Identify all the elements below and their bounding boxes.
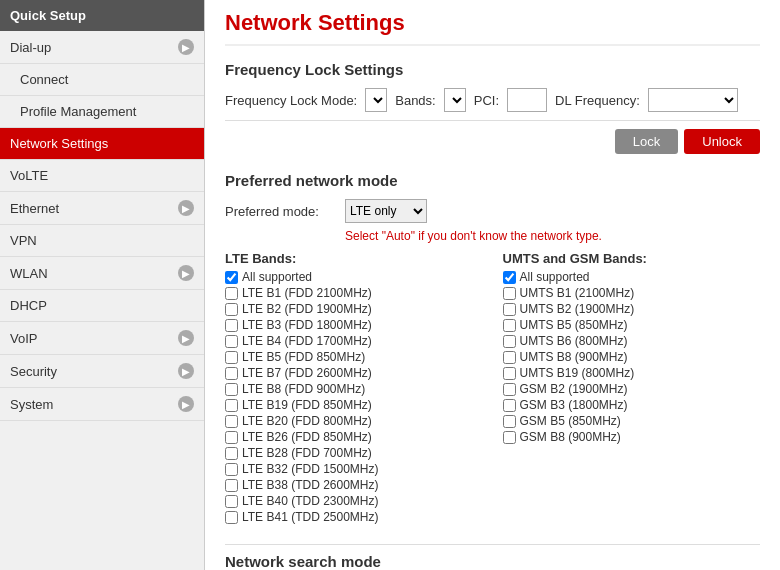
list-item: LTE B38 (TDD 2600MHz) [225, 478, 483, 492]
lte-b3-checkbox[interactable] [225, 319, 238, 332]
lte-all-supported-label: All supported [242, 270, 312, 284]
list-item: LTE B41 (TDD 2500MHz) [225, 510, 483, 524]
sidebar-item-label: Profile Management [20, 104, 136, 119]
sidebar-item-wlan[interactable]: WLAN ▶ [0, 257, 204, 290]
sidebar-item-connect[interactable]: Connect [0, 64, 204, 96]
pref-mode-hint: Select "Auto" if you don't know the netw… [345, 229, 760, 243]
sidebar-item-dhcp[interactable]: DHCP [0, 290, 204, 322]
sidebar-item-ethernet[interactable]: Ethernet ▶ [0, 192, 204, 225]
gsm-b2-checkbox[interactable] [503, 383, 516, 396]
sidebar-item-label: Connect [20, 72, 68, 87]
list-item: UMTS B2 (1900MHz) [503, 302, 761, 316]
lte-b2-checkbox[interactable] [225, 303, 238, 316]
umts-gsm-bands-title: UMTS and GSM Bands: [503, 251, 761, 266]
lte-bands-title: LTE Bands: [225, 251, 483, 266]
divider [225, 120, 760, 121]
sidebar-item-security[interactable]: Security ▶ [0, 355, 204, 388]
lte-b38-checkbox[interactable] [225, 479, 238, 492]
sidebar-item-profile[interactable]: Profile Management [0, 96, 204, 128]
list-item: UMTS B8 (900MHz) [503, 350, 761, 364]
freq-lock-mode-select[interactable] [365, 88, 387, 112]
lte-all-supported: All supported [225, 270, 483, 284]
dl-freq-select[interactable] [648, 88, 738, 112]
unlock-button[interactable]: Unlock [684, 129, 760, 154]
list-item: GSM B5 (850MHz) [503, 414, 761, 428]
divider [225, 544, 760, 545]
list-item: UMTS B1 (2100MHz) [503, 286, 761, 300]
chevron-right-icon: ▶ [178, 363, 194, 379]
freq-lock-row: Frequency Lock Mode: Bands: PCI: 000 DL … [225, 88, 760, 112]
list-item: LTE B2 (FDD 1900MHz) [225, 302, 483, 316]
lte-b19-checkbox[interactable] [225, 399, 238, 412]
sidebar-item-label: VPN [10, 233, 37, 248]
lte-b26-checkbox[interactable] [225, 431, 238, 444]
pci-label: PCI: [474, 93, 499, 108]
pref-network-section: Preferred network mode Preferred mode: L… [225, 172, 760, 526]
pref-network-title: Preferred network mode [225, 172, 760, 189]
sidebar-item-system[interactable]: System ▶ [0, 388, 204, 421]
lte-b8-checkbox[interactable] [225, 383, 238, 396]
lte-b5-checkbox[interactable] [225, 351, 238, 364]
umts-b1-checkbox[interactable] [503, 287, 516, 300]
umts-b6-checkbox[interactable] [503, 335, 516, 348]
umts-all-supported: All supported [503, 270, 761, 284]
list-item: LTE B1 (FDD 2100MHz) [225, 286, 483, 300]
sidebar-item-label: VoLTE [10, 168, 48, 183]
umts-b5-checkbox[interactable] [503, 319, 516, 332]
list-item: LTE B28 (FDD 700MHz) [225, 446, 483, 460]
umts-all-supported-checkbox[interactable] [503, 271, 516, 284]
page-title: Network Settings [225, 10, 760, 46]
lock-button[interactable]: Lock [615, 129, 678, 154]
lte-bands-col: LTE Bands: All supported LTE B1 (FDD 210… [225, 251, 483, 526]
list-item: LTE B5 (FDD 850MHz) [225, 350, 483, 364]
list-item: LTE B3 (FDD 1800MHz) [225, 318, 483, 332]
list-item: GSM B3 (1800MHz) [503, 398, 761, 412]
umts-gsm-bands-col: UMTS and GSM Bands: All supported UMTS B… [503, 251, 761, 526]
lte-b4-checkbox[interactable] [225, 335, 238, 348]
lock-buttons: Lock Unlock [225, 129, 760, 154]
sidebar-item-label: Security [10, 364, 57, 379]
umts-all-supported-label: All supported [520, 270, 590, 284]
lte-b41-checkbox[interactable] [225, 511, 238, 524]
sidebar-item-label: VoIP [10, 331, 37, 346]
sidebar-item-label: Ethernet [10, 201, 59, 216]
list-item: UMTS B6 (800MHz) [503, 334, 761, 348]
sidebar-item-voip[interactable]: VoIP ▶ [0, 322, 204, 355]
lte-b1-checkbox[interactable] [225, 287, 238, 300]
sidebar-item-label: Dial-up [10, 40, 51, 55]
sidebar-item-volte[interactable]: VoLTE [0, 160, 204, 192]
sidebar-item-network-settings[interactable]: Network Settings [0, 128, 204, 160]
lte-b32-checkbox[interactable] [225, 463, 238, 476]
lte-b28-checkbox[interactable] [225, 447, 238, 460]
gsm-b5-checkbox[interactable] [503, 415, 516, 428]
freq-lock-section: Frequency Lock Settings Frequency Lock M… [225, 61, 760, 154]
list-item: LTE B20 (FDD 800MHz) [225, 414, 483, 428]
sidebar-item-vpn[interactable]: VPN [0, 225, 204, 257]
gsm-b8-checkbox[interactable] [503, 431, 516, 444]
main-content: Network Settings Frequency Lock Settings… [205, 0, 780, 570]
bands-select[interactable] [444, 88, 466, 112]
sidebar-item-label: WLAN [10, 266, 48, 281]
network-search-section: Network search mode Mode: Auto Manual [225, 544, 760, 570]
chevron-right-icon: ▶ [178, 39, 194, 55]
pref-mode-label: Preferred mode: [225, 204, 335, 219]
sidebar-item-label: DHCP [10, 298, 47, 313]
gsm-b3-checkbox[interactable] [503, 399, 516, 412]
pref-mode-row: Preferred mode: LTE only Auto UMTS only … [225, 199, 760, 223]
lte-b20-checkbox[interactable] [225, 415, 238, 428]
lte-all-supported-checkbox[interactable] [225, 271, 238, 284]
lte-b40-checkbox[interactable] [225, 495, 238, 508]
pref-mode-select[interactable]: LTE only Auto UMTS only GSM only [345, 199, 427, 223]
freq-lock-title: Frequency Lock Settings [225, 61, 760, 78]
lte-b7-checkbox[interactable] [225, 367, 238, 380]
umts-b19-checkbox[interactable] [503, 367, 516, 380]
sidebar-header: Quick Setup [0, 0, 204, 31]
list-item: GSM B2 (1900MHz) [503, 382, 761, 396]
list-item: GSM B8 (900MHz) [503, 430, 761, 444]
umts-b2-checkbox[interactable] [503, 303, 516, 316]
pci-input[interactable]: 000 [507, 88, 547, 112]
sidebar-item-dialup[interactable]: Dial-up ▶ [0, 31, 204, 64]
list-item: LTE B8 (FDD 900MHz) [225, 382, 483, 396]
bands-label: Bands: [395, 93, 435, 108]
umts-b8-checkbox[interactable] [503, 351, 516, 364]
